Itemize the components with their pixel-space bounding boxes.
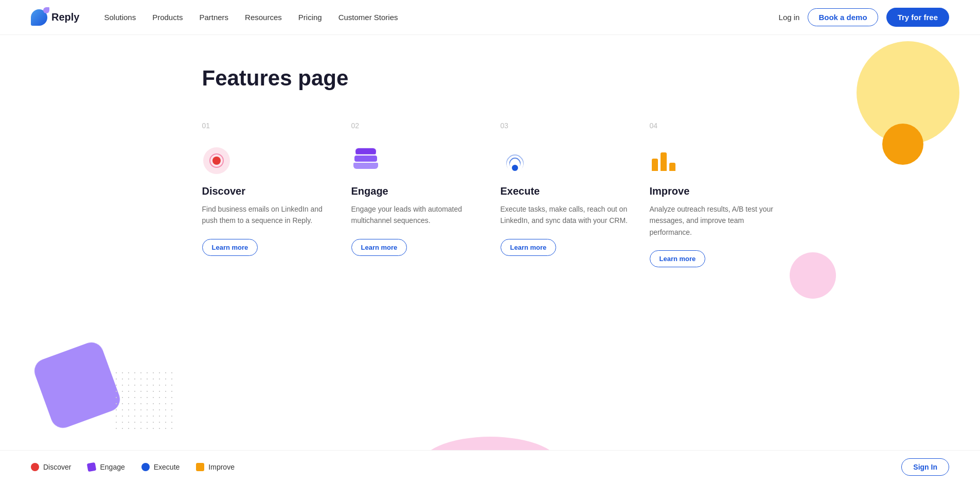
learn-more-improve[interactable]: Learn more xyxy=(650,250,706,267)
engage-layer-1 xyxy=(355,148,376,154)
nav-logo: Reply xyxy=(31,9,79,26)
nav-actions: Log in Book a demo Try for free xyxy=(779,8,949,27)
execute-icon xyxy=(503,148,527,173)
signal-arc-2 xyxy=(502,151,527,176)
feature-title-execute: Execute xyxy=(501,185,629,197)
nav-customer-stories[interactable]: Customer Stories xyxy=(338,13,398,22)
nav-resources[interactable]: Resources xyxy=(245,13,282,22)
improve-icon xyxy=(652,148,676,173)
learn-more-engage[interactable]: Learn more xyxy=(351,239,407,256)
feature-desc-discover: Find business emails on LinkedIn and pus… xyxy=(202,203,331,227)
features-grid: 01 Discover Find business emails on Link… xyxy=(202,122,778,267)
engage-layer-2 xyxy=(354,156,377,162)
feature-card-engage: 02 Engage Engage your leads with automat… xyxy=(351,122,480,267)
logo-text: Reply xyxy=(51,11,79,23)
feature-number-2: 02 xyxy=(351,122,480,130)
feature-number-1: 01 xyxy=(202,122,331,130)
learn-more-discover[interactable]: Learn more xyxy=(202,239,258,256)
feature-card-discover: 01 Discover Find business emails on Link… xyxy=(202,122,331,267)
book-demo-button[interactable]: Book a demo xyxy=(808,8,878,26)
nav-partners[interactable]: Partners xyxy=(199,13,228,22)
bar-3 xyxy=(669,163,675,171)
feature-number-3: 03 xyxy=(501,122,629,130)
feature-title-discover: Discover xyxy=(202,185,331,197)
nav-links: Solutions Products Partners Resources Pr… xyxy=(104,13,778,22)
deco-circle-large xyxy=(857,41,959,144)
feature-icon-improve xyxy=(650,146,679,175)
feature-title-improve: Improve xyxy=(650,185,778,197)
nav-pricing[interactable]: Pricing xyxy=(298,13,322,22)
logo-icon xyxy=(31,9,47,26)
engage-layer-3 xyxy=(353,163,378,169)
page-title: Features page xyxy=(202,66,778,91)
nav-products[interactable]: Products xyxy=(152,13,183,22)
nav-solutions[interactable]: Solutions xyxy=(104,13,136,22)
bar-2 xyxy=(661,152,667,171)
main-content: Features page 01 Discover Find business … xyxy=(161,35,819,308)
try-free-button[interactable]: Try for free xyxy=(886,8,949,27)
navbar: Reply Solutions Products Partners Resour… xyxy=(0,0,980,35)
feature-icon-discover xyxy=(202,146,231,175)
feature-title-engage: Engage xyxy=(351,185,480,197)
feature-desc-execute: Execute tasks, make calls, reach out on … xyxy=(501,203,629,227)
bar-1 xyxy=(652,159,658,171)
nav-login[interactable]: Log in xyxy=(779,13,800,22)
engage-icon xyxy=(353,148,378,173)
learn-more-execute[interactable]: Learn more xyxy=(501,239,557,256)
feature-desc-engage: Engage your leads with automated multich… xyxy=(351,203,480,227)
discover-icon xyxy=(203,147,230,174)
feature-number-4: 04 xyxy=(650,122,778,130)
feature-desc-improve: Analyze outreach results, A/B test your … xyxy=(650,203,778,238)
feature-icon-engage xyxy=(351,146,380,175)
feature-card-execute: 03 Execute Execute tasks, make calls, re… xyxy=(501,122,629,267)
feature-icon-execute xyxy=(501,146,529,175)
feature-card-improve: 04 Improve Analyze outreach results, A/B… xyxy=(650,122,778,267)
deco-circle-small xyxy=(882,124,923,165)
